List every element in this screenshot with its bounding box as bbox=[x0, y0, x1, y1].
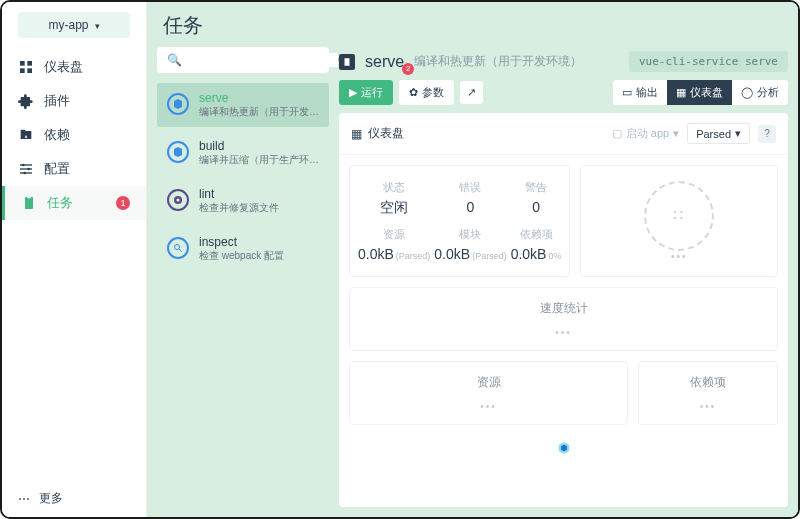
card-more[interactable]: ••• bbox=[362, 327, 765, 338]
command-text: vue-cli-service serve bbox=[629, 51, 788, 72]
task-item-serve[interactable]: serve 编译和热更新（用于开发环… bbox=[157, 83, 329, 127]
assets-card: 资源 ••• bbox=[349, 361, 628, 425]
svg-rect-2 bbox=[20, 68, 25, 73]
sidebar-item-config[interactable]: 配置 bbox=[2, 152, 146, 186]
gear-icon: ✿ bbox=[409, 86, 418, 99]
svg-rect-1 bbox=[27, 61, 32, 66]
task-badge: 2 bbox=[402, 63, 414, 75]
puzzle-icon bbox=[18, 93, 34, 109]
params-button[interactable]: ✿ 参数 bbox=[399, 80, 454, 105]
folder-icon bbox=[18, 127, 34, 143]
dashboard-icon bbox=[18, 59, 34, 75]
tab-analyze[interactable]: ◯ 分析 bbox=[732, 80, 788, 105]
launch-app-button[interactable]: ▢ 启动 app ▾ bbox=[612, 126, 679, 141]
svg-rect-10 bbox=[25, 197, 33, 209]
svg-rect-0 bbox=[20, 61, 25, 66]
task-search[interactable]: 🔍 ⟳ bbox=[157, 47, 329, 73]
svg-point-7 bbox=[22, 164, 25, 167]
sidebar-item-dashboard[interactable]: 仪表盘 bbox=[2, 50, 146, 84]
svg-rect-11 bbox=[27, 196, 31, 199]
parsed-select[interactable]: Parsed ▾ bbox=[687, 123, 750, 144]
sliders-icon bbox=[18, 161, 34, 177]
external-link-icon: ↗ bbox=[467, 86, 476, 99]
speed-card: 速度统计 ••• bbox=[349, 287, 778, 351]
run-button[interactable]: ▶ 运行 bbox=[339, 80, 393, 105]
task-item-inspect[interactable]: inspect 检查 webpack 配置 bbox=[157, 227, 329, 271]
deps-card: 依赖项 ••• bbox=[638, 361, 778, 425]
grid-icon: ▦ bbox=[351, 127, 362, 141]
svg-rect-4 bbox=[20, 164, 32, 165]
search-icon: 🔍 bbox=[167, 53, 182, 67]
tab-dashboard[interactable]: ▦ 仪表盘 bbox=[667, 80, 732, 105]
card-more[interactable]: ••• bbox=[651, 401, 765, 412]
more-icon: ⋯ bbox=[18, 492, 31, 506]
open-button[interactable]: ↗ bbox=[460, 81, 483, 104]
donut-icon: ◯ bbox=[741, 86, 753, 99]
clipboard-icon bbox=[21, 195, 37, 211]
sidebar-more[interactable]: ⋯ 更多 bbox=[2, 480, 146, 517]
card-more[interactable]: ••• bbox=[671, 251, 688, 262]
cube-icon bbox=[167, 141, 189, 163]
sidebar-item-tasks[interactable]: 任务 1 bbox=[2, 186, 146, 220]
sidebar-item-plugins[interactable]: 插件 bbox=[2, 84, 146, 118]
task-item-lint[interactable]: lint 检查并修复源文件 bbox=[157, 179, 329, 223]
open-icon: ▢ bbox=[612, 127, 622, 140]
svg-line-15 bbox=[179, 249, 182, 252]
tab-output[interactable]: ▭ 输出 bbox=[613, 80, 667, 105]
task-item-build[interactable]: build 编译并压缩（用于生产环境… bbox=[157, 131, 329, 175]
terminal-icon: ▭ bbox=[622, 86, 632, 99]
svg-rect-3 bbox=[27, 68, 32, 73]
sidebar-item-dependencies[interactable]: 依赖 bbox=[2, 118, 146, 152]
svg-point-13 bbox=[177, 199, 180, 202]
cube-icon bbox=[167, 93, 189, 115]
project-selector[interactable]: my-app bbox=[18, 12, 130, 38]
svg-point-8 bbox=[27, 168, 30, 171]
svg-point-14 bbox=[175, 245, 180, 250]
search-input[interactable] bbox=[188, 53, 338, 67]
chevron-down-icon: ▾ bbox=[735, 127, 741, 140]
task-title: serve 2 bbox=[365, 53, 404, 71]
target-icon bbox=[167, 189, 189, 211]
help-button[interactable]: ? bbox=[758, 125, 776, 143]
webpack-logo bbox=[339, 435, 788, 464]
page-title: 任务 bbox=[163, 12, 782, 39]
play-icon: ▶ bbox=[349, 86, 357, 99]
svg-rect-16 bbox=[345, 58, 350, 66]
tasks-badge: 1 bbox=[116, 196, 130, 210]
card-more[interactable]: ••• bbox=[362, 401, 615, 412]
clipboard-icon bbox=[339, 54, 355, 70]
svg-rect-5 bbox=[20, 168, 32, 169]
task-subtitle: 编译和热更新（用于开发环境） bbox=[414, 53, 582, 70]
grid-icon: ▦ bbox=[676, 86, 686, 99]
svg-point-9 bbox=[23, 172, 26, 175]
magnify-icon bbox=[167, 237, 189, 259]
donut-chart: ∷ bbox=[644, 181, 714, 251]
chevron-down-icon: ▾ bbox=[673, 127, 679, 140]
panel-title: 仪表盘 bbox=[368, 125, 404, 142]
